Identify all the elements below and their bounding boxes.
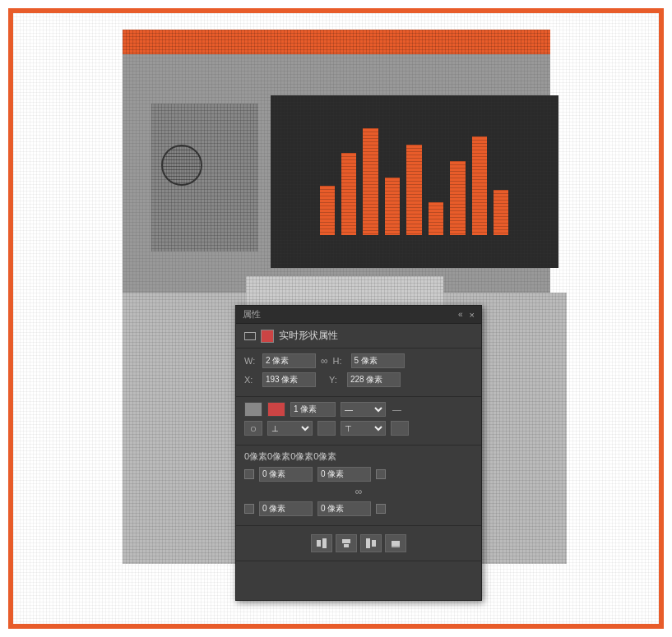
panel-buttons-section	[236, 526, 481, 561]
width-input[interactable]	[262, 353, 316, 368]
panel-header: 实时形状属性	[236, 324, 481, 349]
corner-bl-checkbox[interactable]	[244, 504, 254, 514]
stroke-option-5[interactable]	[391, 421, 409, 436]
corner-br-checkbox[interactable]	[376, 504, 386, 514]
control-knob-area	[157, 136, 215, 194]
svg-rect-1	[322, 538, 327, 548]
stroke-option-3[interactable]	[317, 421, 336, 436]
control-knob[interactable]	[161, 145, 202, 186]
corner-tr-checkbox[interactable]	[376, 469, 386, 479]
panel-btn-group	[244, 531, 473, 556]
properties-panel: 属性 « × 实时形状属性 W: ∞ H: X:	[235, 305, 482, 601]
live-shape-icon	[261, 330, 274, 343]
svg-rect-2	[342, 539, 350, 543]
canvas-border: 属性 « × 实时形状属性 W: ∞ H: X:	[8, 8, 664, 629]
panel-stroke-section: — - - ··· — O ⊥ ⊤	[236, 397, 481, 445]
panel-title-controls: « ×	[458, 310, 475, 320]
panel-xy-row: X: Y:	[244, 372, 473, 387]
svg-rect-0	[317, 540, 321, 547]
width-label: W:	[244, 356, 257, 366]
stroke-cap-dropdown[interactable]: ⊥	[267, 421, 313, 436]
align-btn-4[interactable]	[385, 534, 406, 552]
stroke-option-1[interactable]: O	[244, 421, 262, 436]
align-btn-2[interactable]	[336, 534, 357, 552]
panel-collapse-icon[interactable]: «	[458, 310, 463, 319]
height-label: H:	[333, 356, 346, 366]
eq-bar-5	[406, 145, 421, 235]
corners-values-text: 0像素0像素0像素0像素	[244, 450, 336, 463]
eq-bars-container	[304, 128, 526, 235]
machine-top-bar	[123, 30, 550, 54]
align-btn-1[interactable]	[311, 534, 332, 552]
stroke-swatch[interactable]	[267, 402, 285, 417]
corner-tl-checkbox[interactable]	[244, 469, 254, 479]
panel-wh-section: W: ∞ H: X: Y:	[236, 349, 481, 397]
eq-bar-1	[320, 186, 335, 235]
panel-corners-label-section: 0像素0像素0像素0像素 ∞	[236, 445, 481, 526]
stroke-width-input[interactable]	[290, 402, 336, 417]
corners-top-row	[244, 467, 473, 482]
fill-swatch[interactable]	[244, 402, 262, 417]
machine-body-top	[123, 54, 550, 293]
x-input[interactable]	[262, 372, 316, 387]
svg-rect-6	[392, 541, 400, 546]
panel-header-title: 实时形状属性	[279, 329, 338, 343]
machine-screen	[271, 95, 558, 268]
svg-rect-5	[372, 540, 376, 547]
corner-bl-input[interactable]	[259, 501, 313, 516]
eq-bar-2	[341, 153, 356, 235]
eq-bar-6	[429, 202, 443, 235]
corners-chain-row: ∞	[244, 486, 473, 497]
link-wh-icon[interactable]: ∞	[321, 355, 328, 367]
align-btn-3[interactable]	[360, 534, 382, 552]
corner-tl-input[interactable]	[259, 467, 313, 482]
eq-bar-9	[494, 190, 508, 235]
stroke-style-dropdown[interactable]: — - - ···	[341, 402, 386, 417]
eq-bar-7	[450, 161, 465, 235]
panel-title-text: 属性	[243, 308, 261, 321]
stroke-options-row: O ⊥ ⊤	[244, 421, 473, 436]
bottom-left-speaker	[123, 293, 246, 564]
corner-br-input[interactable]	[317, 501, 371, 516]
panel-close-icon[interactable]: ×	[470, 310, 475, 320]
corners-chain-icon[interactable]: ∞	[355, 486, 363, 497]
svg-rect-3	[344, 544, 349, 547]
height-input[interactable]	[351, 353, 405, 368]
panel-title-left: 属性	[243, 308, 261, 321]
eq-bar-3	[363, 128, 378, 235]
panel-wh-row: W: ∞ H:	[244, 353, 473, 368]
y-input[interactable]	[347, 372, 401, 387]
corners-label-row: 0像素0像素0像素0像素	[244, 450, 473, 463]
eq-bar-8	[472, 136, 487, 235]
corners-bottom-row	[244, 501, 473, 516]
x-label: X:	[244, 375, 257, 385]
panel-titlebar: 属性 « ×	[236, 306, 481, 324]
rect-icon	[244, 332, 256, 340]
corner-tr-input[interactable]	[317, 467, 371, 482]
eq-bar-4	[385, 178, 400, 235]
svg-rect-4	[366, 538, 370, 548]
y-label: Y:	[329, 375, 342, 385]
stroke-row: — - - ··· —	[244, 402, 473, 417]
stroke-join-dropdown[interactable]: ⊤	[341, 421, 386, 436]
